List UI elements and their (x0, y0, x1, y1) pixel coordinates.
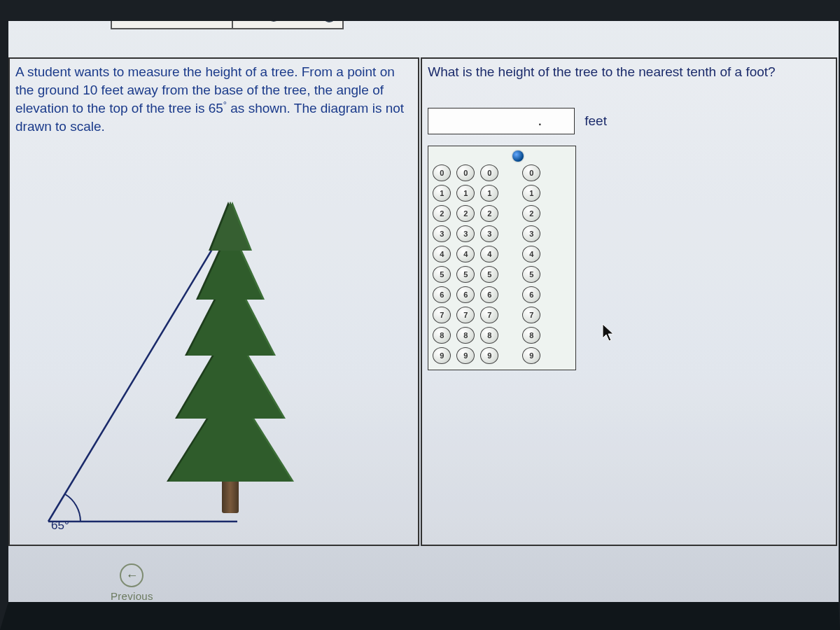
arrow-left-icon[interactable]: ← (120, 564, 144, 587)
svg-line-1 (270, 10, 278, 19)
bubble-9[interactable]: 9 (480, 347, 498, 364)
problem-panel: A student wants to measure the height of… (8, 57, 419, 546)
angle-label: 65° (51, 519, 69, 533)
bubble-column: 0123456789 (522, 164, 540, 364)
bubble-4[interactable]: 4 (456, 246, 475, 262)
bubble-9[interactable]: 9 (522, 347, 540, 364)
bubble-7[interactable]: 7 (480, 307, 498, 323)
question-selector[interactable]: Question 5 of 12 ▼ (111, 0, 233, 29)
bubble-0[interactable]: 0 (522, 164, 540, 181)
answer-display[interactable]: . (428, 108, 575, 134)
tree-diagram: 65° (34, 198, 398, 541)
tree-image (167, 205, 293, 513)
bubble-1[interactable]: 1 (522, 185, 540, 202)
bubble-4[interactable]: 4 (433, 246, 451, 262)
bubble-7[interactable]: 7 (456, 307, 475, 323)
bubble-0[interactable]: 0 (456, 164, 475, 181)
previous-label: Previous (111, 590, 153, 602)
unit-label: feet (584, 113, 607, 129)
bubble-8[interactable]: 8 (480, 327, 498, 344)
bubble-8[interactable]: 8 (433, 327, 451, 344)
question-label: Question 5 of 12 (120, 8, 213, 22)
answer-row: . feet (428, 108, 830, 134)
flag-icon[interactable] (239, 6, 255, 23)
bubble-8[interactable]: 8 (456, 327, 475, 344)
bubble-5[interactable]: 5 (433, 266, 451, 283)
bubble-5[interactable]: 5 (480, 266, 498, 283)
tool-icons (233, 0, 344, 29)
problem-text: A student wants to measure the height of… (15, 63, 412, 136)
bubble-2[interactable]: 2 (480, 205, 498, 222)
bubble-1[interactable]: 1 (480, 185, 498, 202)
bubble-2[interactable]: 2 (433, 205, 451, 222)
bubble-1[interactable]: 1 (433, 185, 451, 202)
bubble-3[interactable]: 3 (480, 225, 498, 242)
bubble-9[interactable]: 9 (433, 347, 451, 364)
bubble-6[interactable]: 6 (433, 286, 451, 303)
bubble-3[interactable]: 3 (433, 225, 451, 242)
question-toolbar: Question 5 of 12 ▼ (111, 0, 344, 29)
content-area: A student wants to measure the height of… (8, 57, 837, 546)
bubble-8[interactable]: 8 (522, 327, 540, 344)
bubble-7[interactable]: 7 (433, 307, 451, 323)
bubble-6[interactable]: 6 (480, 286, 498, 303)
bubble-2[interactable]: 2 (522, 205, 540, 222)
bubble-6[interactable]: 6 (456, 286, 475, 303)
bubble-0[interactable]: 0 (480, 164, 498, 181)
decimal-point: . (538, 111, 542, 130)
prohibit-icon[interactable] (265, 6, 282, 23)
sign-toggle[interactable] (512, 150, 524, 162)
bubble-4[interactable]: 4 (480, 246, 498, 262)
answer-panel: What is the height of the tree to the ne… (421, 57, 837, 546)
bubble-column: 0123456789 (433, 164, 451, 364)
bubble-6[interactable]: 6 (522, 286, 540, 303)
bubble-5[interactable]: 5 (522, 266, 540, 283)
bubble-5[interactable]: 5 (456, 266, 475, 283)
bubble-2[interactable]: 2 (456, 205, 475, 222)
answer-prompt: What is the height of the tree to the ne… (428, 63, 830, 81)
bubble-column: 0123456789 (456, 164, 475, 364)
bubble-9[interactable]: 9 (456, 347, 475, 364)
bubble-column: 0123456789 (480, 164, 498, 364)
previous-nav[interactable]: ← Previous (111, 564, 153, 602)
bubble-3[interactable]: 3 (522, 225, 540, 242)
bubble-7[interactable]: 7 (522, 307, 540, 323)
bubble-sheet: 0123456789012345678901234567890123456789 (428, 146, 576, 370)
refresh-icon[interactable] (318, 6, 337, 23)
bubble-0[interactable]: 0 (433, 164, 451, 181)
bubble-3[interactable]: 3 (456, 225, 475, 242)
chevron-down-icon: ▼ (216, 10, 223, 19)
bubble-1[interactable]: 1 (456, 185, 475, 202)
pencil-icon[interactable] (292, 6, 309, 23)
bubble-4[interactable]: 4 (522, 246, 540, 262)
